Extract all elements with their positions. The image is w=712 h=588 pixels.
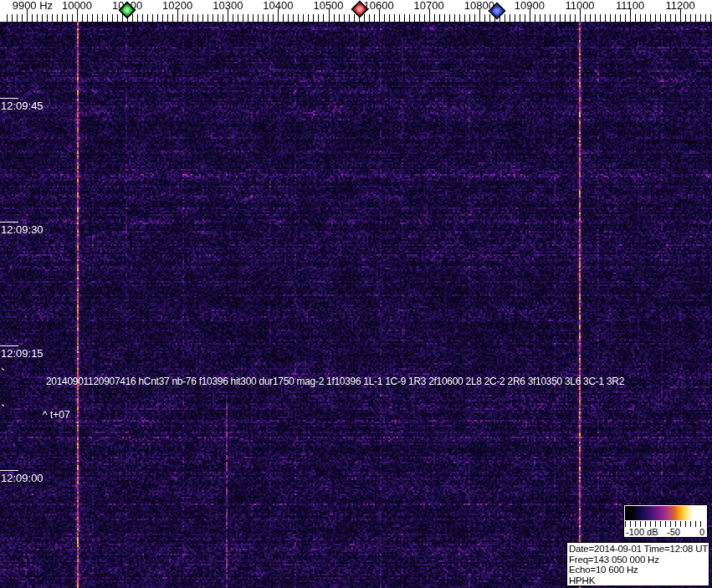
status-info-box: Date=2014-09-01 Time=12:08 UTC Freq=143 … bbox=[566, 542, 709, 586]
frequency-axis: 9900 Hz100001010010200103001040010500106… bbox=[0, 0, 712, 22]
time-tick-line bbox=[0, 98, 18, 99]
info-station: HPHK bbox=[569, 575, 709, 586]
freq-tick-label: 10700 bbox=[414, 0, 444, 12]
event-edge-marker: ` bbox=[1, 406, 5, 415]
freq-tick-label: 10400 bbox=[263, 0, 293, 12]
time-tick-label: 12:09:00 bbox=[1, 472, 44, 484]
freq-tick-label: 10600 bbox=[364, 0, 394, 12]
time-tick-label: 12:09:45 bbox=[1, 100, 44, 112]
freq-tick-label: 11200 bbox=[666, 0, 695, 12]
time-tick-line bbox=[0, 222, 18, 222]
freq-tick-label: 10200 bbox=[162, 0, 192, 12]
colorbar-gradient bbox=[625, 506, 704, 520]
colorbar-ticks bbox=[625, 521, 705, 527]
colorbar-label-mid: -50 bbox=[667, 527, 680, 537]
freq-tick-label: 10500 bbox=[313, 0, 343, 12]
freq-tick-label: 11000 bbox=[565, 0, 594, 12]
spectrogram-waterfall[interactable] bbox=[0, 22, 712, 588]
event-annotation-text: 20140901120907416 hCnt37 nb-76 f10396 hi… bbox=[46, 376, 624, 387]
event-edge-marker: ` bbox=[1, 371, 5, 379]
time-tick-label: 12:09:30 bbox=[1, 223, 44, 236]
spectrogram-app: 9900 Hz100001010010200103001040010500106… bbox=[0, 0, 712, 588]
colorbar-legend: -100 dB -50 0 bbox=[623, 504, 708, 538]
colorbar-label-min: -100 dB bbox=[626, 527, 658, 537]
freq-tick-label: 9900 Hz bbox=[13, 0, 53, 12]
colorbar-label-max: 0 bbox=[699, 527, 704, 537]
freq-tick-label: 10300 bbox=[213, 0, 243, 12]
info-date-time: Date=2014-09-01 Time=12:08 UTC bbox=[569, 544, 709, 555]
time-tick-line bbox=[0, 470, 18, 471]
info-echo: Echo=10 600 Hz bbox=[569, 565, 709, 575]
cursor-time-note: ^ t+07 bbox=[43, 409, 70, 421]
freq-tick-label: 10900 bbox=[515, 0, 545, 12]
time-tick-line bbox=[0, 345, 18, 346]
freq-tick-label: 10000 bbox=[62, 0, 92, 12]
freq-tick-label: 11100 bbox=[616, 0, 644, 12]
time-tick-label: 12:09:15 bbox=[1, 347, 44, 360]
info-frequency: Freq=143 050 000 Hz bbox=[569, 555, 709, 565]
